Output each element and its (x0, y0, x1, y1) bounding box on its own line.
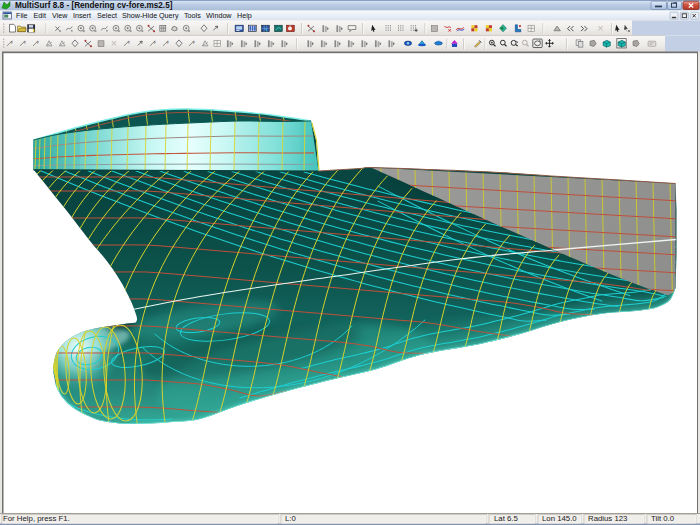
svg-text:Tools: Tools (184, 11, 201, 20)
svg-text:Lat 6.5: Lat 6.5 (494, 514, 519, 523)
svg-text:Insert: Insert (73, 11, 91, 20)
svg-text:Help: Help (237, 11, 252, 20)
svg-text:Tilt 0.0: Tilt 0.0 (651, 514, 675, 523)
svg-text:L:0: L:0 (285, 514, 297, 523)
svg-text:Show-Hide: Show-Hide (122, 11, 157, 20)
svg-text:Edit: Edit (34, 11, 46, 20)
svg-text:MultiSurf 8.8 - [Rendering cv-: MultiSurf 8.8 - [Rendering cv-fore.ms2.5… (15, 1, 173, 10)
svg-text:File: File (16, 11, 28, 20)
svg-text:Query: Query (159, 11, 179, 20)
svg-text:Select: Select (97, 11, 117, 20)
svg-text:Radius 123: Radius 123 (588, 514, 627, 523)
svg-text:View: View (52, 11, 68, 20)
svg-text:Lon 145.0: Lon 145.0 (542, 514, 577, 523)
svg-text:Window: Window (206, 11, 232, 20)
svg-text:For Help, press F1.: For Help, press F1. (3, 514, 70, 523)
